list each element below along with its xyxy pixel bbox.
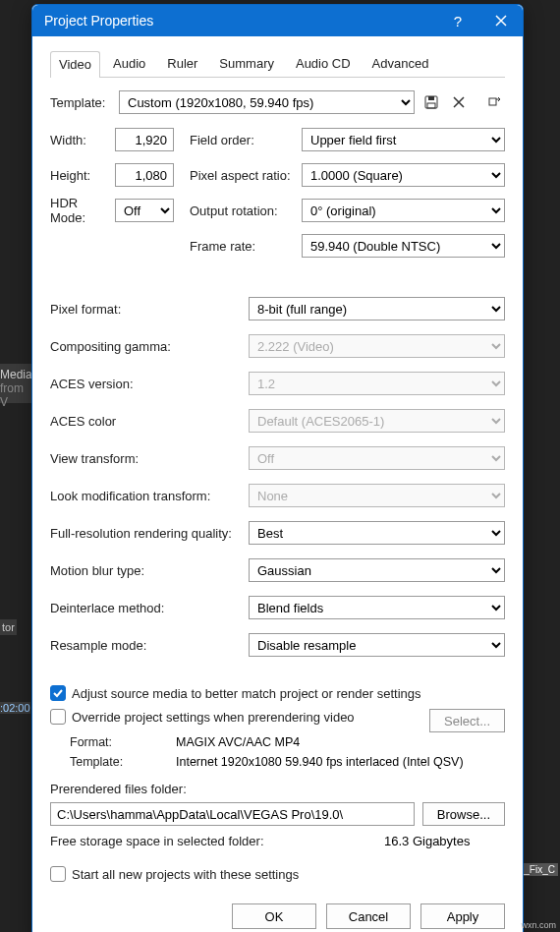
start-all-checkbox[interactable]: [50, 866, 66, 882]
close-button[interactable]: [479, 5, 523, 36]
par-label: Pixel aspect ratio:: [190, 168, 302, 183]
comp-gamma-label: Compositing gamma:: [50, 339, 249, 354]
rotation-label: Output rotation:: [190, 204, 302, 218]
width-label: Width:: [50, 133, 115, 147]
field-order-select[interactable]: Upper field first: [302, 128, 505, 151]
template-select[interactable]: Custom (1920x1080, 59.940 fps): [119, 90, 415, 114]
match-media-button[interactable]: [483, 91, 505, 113]
delete-template-button[interactable]: [448, 91, 470, 113]
start-all-label: Start all new projects with these settin…: [72, 867, 299, 882]
bg-text: from V: [0, 381, 31, 409]
svg-rect-2: [427, 103, 435, 108]
project-properties-dialog: Project Properties ? Video Audio Ruler S…: [31, 4, 524, 932]
bg-text: tor: [0, 619, 17, 635]
hdr-label: HDR Mode:: [50, 196, 115, 225]
motion-blur-label: Motion blur type:: [50, 563, 249, 578]
deinterlace-label: Deinterlace method:: [50, 601, 249, 615]
override-label: Override project settings when prerender…: [72, 710, 355, 725]
folder-label: Prerendered files folder:: [50, 782, 505, 796]
prerender-template-label: Template:: [70, 755, 176, 769]
free-space-value: 16.3 Gigabytes: [384, 834, 470, 848]
format-value: MAGIX AVC/AAC MP4: [176, 735, 300, 749]
prerender-template-value: Internet 1920x1080 59.940 fps interlaced…: [176, 755, 464, 769]
tab-audio[interactable]: Audio: [104, 50, 154, 77]
template-label: Template:: [50, 95, 119, 110]
width-input[interactable]: [115, 128, 174, 151]
comp-gamma-select: 2.222 (Video): [249, 334, 505, 358]
pixel-format-select[interactable]: 8-bit (full range): [249, 297, 505, 320]
button-bar: OK Cancel Apply: [32, 894, 523, 932]
format-label: Format:: [70, 735, 176, 749]
titlebar: Project Properties ?: [32, 5, 523, 36]
view-transform-label: View transform:: [50, 451, 249, 466]
save-template-button[interactable]: [420, 91, 442, 113]
full-res-label: Full-resolution rendering quality:: [50, 526, 249, 541]
aces-color-select: Default (ACES2065-1): [249, 409, 505, 433]
override-checkbox[interactable]: [50, 709, 66, 725]
pixel-format-label: Pixel format:: [50, 302, 249, 317]
select-button[interactable]: Select...: [429, 709, 505, 732]
svg-rect-1: [428, 96, 434, 100]
watermark: wxn.com: [521, 920, 556, 930]
ok-button[interactable]: OK: [232, 903, 316, 929]
height-label: Height:: [50, 168, 115, 183]
bg-timecode: :02:00: [0, 702, 30, 714]
hdr-select[interactable]: Off: [115, 199, 174, 222]
resample-select[interactable]: Disable resample: [249, 633, 505, 657]
adjust-source-checkbox[interactable]: [50, 685, 66, 701]
look-mod-label: Look modification transform:: [50, 489, 249, 503]
aces-version-select: 1.2: [249, 372, 505, 395]
tab-ruler[interactable]: Ruler: [158, 50, 206, 77]
framerate-select[interactable]: 59.940 (Double NTSC): [302, 234, 505, 258]
full-res-select[interactable]: Best: [249, 521, 505, 545]
free-space-label: Free storage space in selected folder:: [50, 834, 384, 848]
tab-audio-cd[interactable]: Audio CD: [287, 50, 360, 77]
help-button[interactable]: ?: [436, 5, 479, 36]
rotation-select[interactable]: 0° (original): [302, 199, 505, 222]
framerate-label: Frame rate:: [190, 239, 302, 254]
apply-button[interactable]: Apply: [420, 903, 505, 929]
height-input[interactable]: [115, 163, 174, 187]
tab-advanced[interactable]: Advanced: [364, 50, 438, 77]
field-order-label: Field order:: [190, 133, 302, 147]
browse-button[interactable]: Browse...: [422, 802, 505, 826]
view-transform-select: Off: [249, 446, 505, 470]
aces-version-label: ACES version:: [50, 377, 249, 391]
par-select[interactable]: 1.0000 (Square): [302, 163, 505, 187]
cancel-button[interactable]: Cancel: [326, 903, 411, 929]
aces-color-label: ACES color: [50, 414, 249, 429]
motion-blur-select[interactable]: Gaussian: [249, 558, 505, 582]
tab-bar: Video Audio Ruler Summary Audio CD Advan…: [50, 50, 505, 78]
dialog-title: Project Properties: [44, 13, 436, 29]
deinterlace-select[interactable]: Blend fields: [249, 596, 505, 619]
tab-video[interactable]: Video: [50, 51, 100, 78]
folder-input[interactable]: [50, 802, 415, 826]
look-mod-select: None: [249, 484, 505, 507]
adjust-source-label: Adjust source media to better match proj…: [72, 686, 421, 701]
tab-summary[interactable]: Summary: [210, 50, 283, 77]
svg-rect-3: [489, 98, 496, 105]
resample-label: Resample mode:: [50, 638, 249, 653]
bg-text: Media: [0, 368, 31, 381]
